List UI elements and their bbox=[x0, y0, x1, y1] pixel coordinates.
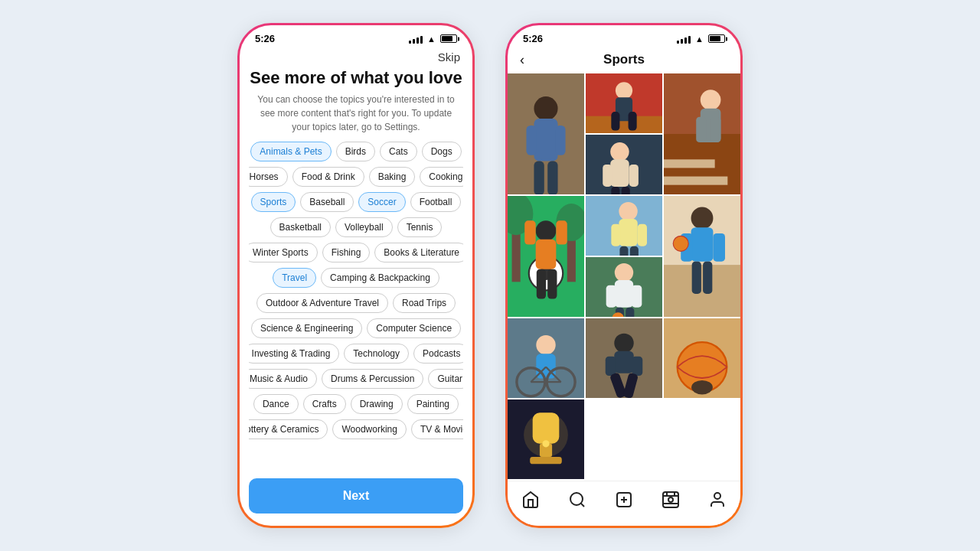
svg-rect-59 bbox=[713, 233, 725, 262]
svg-rect-67 bbox=[632, 285, 642, 308]
back-button[interactable]: ‹ bbox=[520, 52, 524, 68]
tag-fishing[interactable]: Fishing bbox=[322, 243, 371, 262]
tag-science-engineering[interactable]: Science & Engineering bbox=[251, 318, 362, 338]
right-phone: 5:26 ▲ ‹ Sports bbox=[505, 23, 743, 528]
tag-cooking[interactable]: Cooking bbox=[420, 167, 463, 187]
grid-cell-9[interactable] bbox=[586, 257, 662, 317]
svg-rect-5 bbox=[534, 161, 544, 194]
tag-camping-backpacking[interactable]: Camping & Backpacking bbox=[321, 268, 439, 288]
svg-line-76 bbox=[531, 367, 546, 383]
tag-drums-percussion[interactable]: Drums & Percussion bbox=[322, 369, 423, 389]
tag-animals-pets[interactable]: Animals & Pets bbox=[250, 142, 331, 161]
tag-woodworking[interactable]: Woodworking bbox=[332, 419, 406, 439]
svg-point-64 bbox=[615, 263, 633, 282]
svg-point-22 bbox=[610, 142, 629, 161]
svg-rect-36 bbox=[512, 214, 521, 282]
tag-computer-science[interactable]: Computer Science bbox=[367, 318, 461, 338]
skip-button[interactable]: Skip bbox=[438, 51, 460, 64]
svg-rect-35 bbox=[508, 196, 584, 317]
tag-food-drink[interactable]: Food & Drink bbox=[292, 167, 364, 187]
svg-rect-38 bbox=[567, 223, 576, 282]
svg-rect-4 bbox=[555, 126, 565, 155]
tag-tennis[interactable]: Tennis bbox=[397, 217, 443, 237]
tag-outdoor-adventure[interactable]: Outdoor & Adventure Travel bbox=[256, 293, 388, 313]
svg-point-70 bbox=[612, 312, 624, 317]
grid-cell-7[interactable] bbox=[508, 399, 584, 479]
tag-baseball[interactable]: Baseball bbox=[300, 192, 354, 212]
tag-dogs[interactable]: Dogs bbox=[422, 142, 462, 161]
svg-rect-7 bbox=[586, 73, 662, 133]
svg-point-72 bbox=[536, 335, 555, 354]
svg-rect-66 bbox=[606, 285, 616, 308]
tag-dance[interactable]: Dance bbox=[253, 394, 299, 414]
grid-cell-5[interactable] bbox=[586, 196, 662, 256]
svg-rect-86 bbox=[664, 318, 740, 398]
tag-row-6: Outdoor & Adventure Travel Road Trips bbox=[249, 293, 463, 313]
svg-rect-68 bbox=[616, 308, 624, 317]
tag-row-7: Science & Engineering Computer Science bbox=[249, 318, 463, 338]
grid-cell-3[interactable] bbox=[664, 73, 740, 194]
nav-reels-icon[interactable] bbox=[655, 489, 686, 515]
tag-row-4: Winter Sports Fishing Books & Literature bbox=[249, 243, 463, 262]
tag-basketball[interactable]: Basketball bbox=[270, 217, 331, 237]
grid-cell-8[interactable] bbox=[664, 196, 740, 317]
tag-books-literature[interactable]: Books & Literature bbox=[374, 243, 463, 262]
skip-row: Skip bbox=[249, 47, 463, 64]
tag-tv-movies[interactable]: TV & Movies bbox=[411, 419, 463, 439]
svg-rect-3 bbox=[526, 126, 536, 155]
tag-drawing[interactable]: Drawing bbox=[351, 394, 403, 414]
tag-birds[interactable]: Birds bbox=[336, 142, 375, 161]
svg-rect-43 bbox=[536, 240, 557, 269]
battery-icon-right bbox=[708, 34, 725, 43]
grid-cell-12[interactable] bbox=[664, 318, 740, 398]
svg-rect-48 bbox=[508, 399, 584, 479]
tag-soccer[interactable]: Soccer bbox=[358, 192, 405, 212]
nav-add-icon[interactable] bbox=[609, 489, 639, 515]
tag-podcasts[interactable]: Podcasts bbox=[413, 344, 463, 364]
tag-cats[interactable]: Cats bbox=[380, 142, 417, 161]
svg-point-40 bbox=[529, 256, 563, 290]
grid-cell-1[interactable] bbox=[508, 73, 584, 194]
tag-music-audio[interactable]: Music & Audio bbox=[249, 369, 317, 389]
tag-row-8: Investing & Trading Technology Podcasts bbox=[249, 344, 463, 364]
svg-rect-13 bbox=[664, 73, 740, 194]
tag-football[interactable]: Football bbox=[410, 192, 462, 212]
grid-cell-4[interactable] bbox=[586, 135, 662, 194]
page-subtitle: You can choose the topics you're interes… bbox=[249, 93, 463, 134]
svg-rect-46 bbox=[537, 269, 546, 299]
svg-rect-32 bbox=[638, 224, 647, 246]
grid-cell-10[interactable] bbox=[508, 318, 584, 398]
tag-winter-sports[interactable]: Winter Sports bbox=[249, 243, 318, 262]
svg-rect-16 bbox=[664, 177, 727, 185]
svg-rect-23 bbox=[610, 159, 629, 187]
tag-horses[interactable]: Horses bbox=[249, 167, 288, 187]
svg-rect-18 bbox=[701, 109, 721, 142]
tag-crafts[interactable]: Crafts bbox=[303, 394, 346, 414]
tag-pottery-ceramics[interactable]: Pottery & Ceramics bbox=[249, 419, 328, 439]
svg-rect-82 bbox=[606, 357, 616, 376]
left-content: Skip See more of what you love You can c… bbox=[240, 47, 472, 526]
tag-guitar[interactable]: Guitar bbox=[428, 369, 463, 389]
next-button[interactable]: Next bbox=[249, 478, 463, 514]
tag-row-10: Dance Crafts Drawing Painting bbox=[249, 394, 463, 414]
tag-painting[interactable]: Painting bbox=[407, 394, 459, 414]
nav-search-icon[interactable] bbox=[562, 489, 593, 515]
grid-cell-11[interactable] bbox=[586, 318, 662, 398]
tag-investing-trading[interactable]: Investing & Trading bbox=[249, 344, 339, 364]
tag-road-trips[interactable]: Road Trips bbox=[393, 293, 456, 313]
status-icons-left: ▲ bbox=[409, 34, 457, 44]
tag-volleyball[interactable]: Volleyball bbox=[335, 217, 393, 237]
svg-rect-85 bbox=[622, 373, 639, 398]
grid-cell-6[interactable] bbox=[508, 196, 584, 317]
tag-travel[interactable]: Travel bbox=[273, 268, 316, 288]
grid-cell-2[interactable] bbox=[586, 73, 662, 133]
svg-rect-21 bbox=[586, 135, 662, 194]
svg-point-37 bbox=[508, 196, 533, 235]
tag-sports[interactable]: Sports bbox=[251, 192, 296, 212]
tag-baking[interactable]: Baking bbox=[369, 167, 416, 187]
tag-technology[interactable]: Technology bbox=[344, 344, 409, 364]
svg-rect-6 bbox=[547, 161, 557, 194]
nav-profile-icon[interactable] bbox=[702, 489, 733, 515]
svg-point-17 bbox=[701, 90, 721, 110]
nav-home-icon[interactable] bbox=[515, 489, 546, 515]
